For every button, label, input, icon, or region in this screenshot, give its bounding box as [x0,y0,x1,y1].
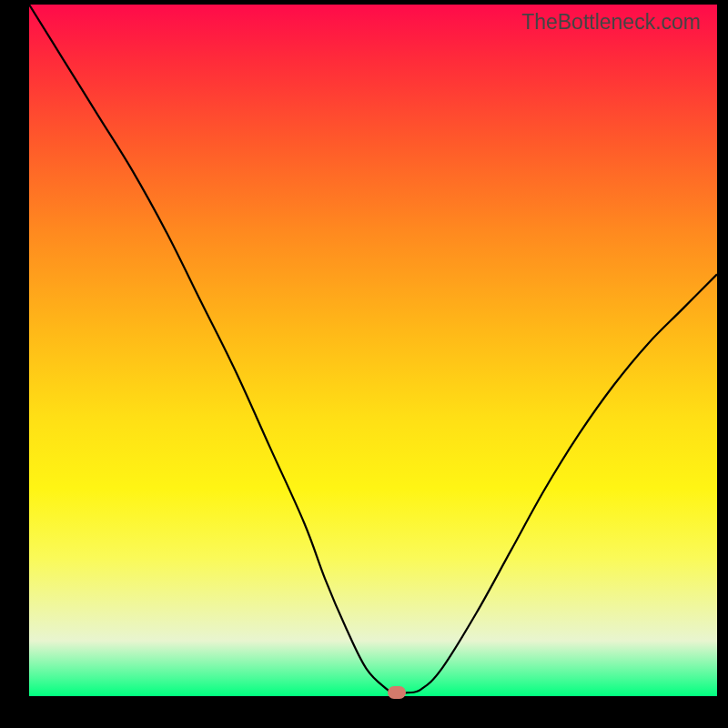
bottleneck-curve [29,5,717,696]
watermark-text: TheBottleneck.com [521,10,701,35]
bottleneck-chart: TheBottleneck.com [29,5,717,696]
optimal-point-marker [388,686,406,699]
